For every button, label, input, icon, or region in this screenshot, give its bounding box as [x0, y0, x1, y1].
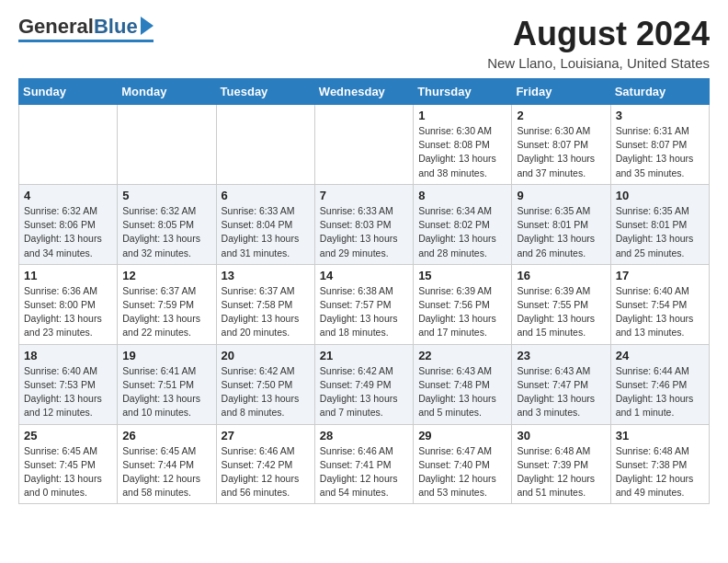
calendar-week-3: 11Sunrise: 6:36 AM Sunset: 8:00 PM Dayli…	[19, 264, 710, 344]
day-info: Sunrise: 6:33 AM Sunset: 8:04 PM Dayligh…	[222, 204, 310, 260]
day-number: 10	[616, 189, 704, 202]
calendar-cell: 30Sunrise: 6:48 AM Sunset: 7:39 PM Dayli…	[512, 424, 610, 504]
logo-underline	[18, 40, 154, 42]
day-number: 20	[222, 349, 310, 362]
calendar-cell: 14Sunrise: 6:38 AM Sunset: 7:57 PM Dayli…	[314, 264, 413, 344]
calendar-cell: 12Sunrise: 6:37 AM Sunset: 7:59 PM Dayli…	[118, 264, 216, 344]
day-info: Sunrise: 6:37 AM Sunset: 7:59 PM Dayligh…	[122, 284, 210, 340]
calendar-cell: 11Sunrise: 6:36 AM Sunset: 8:00 PM Dayli…	[19, 264, 118, 344]
calendar-cell: 26Sunrise: 6:45 AM Sunset: 7:44 PM Dayli…	[118, 424, 216, 504]
calendar-cell: 5Sunrise: 6:32 AM Sunset: 8:05 PM Daylig…	[118, 184, 216, 264]
logo-blue-text: Blue	[94, 15, 138, 39]
day-number: 12	[122, 269, 210, 282]
day-number: 5	[122, 189, 210, 202]
day-number: 15	[418, 269, 506, 282]
day-number: 26	[122, 429, 210, 442]
day-number: 11	[24, 269, 112, 282]
calendar-cell: 28Sunrise: 6:46 AM Sunset: 7:41 PM Dayli…	[314, 424, 413, 504]
calendar-cell: 2Sunrise: 6:30 AM Sunset: 8:07 PM Daylig…	[512, 105, 610, 185]
logo: General Blue	[18, 15, 154, 42]
day-number: 4	[24, 189, 112, 202]
month-title: August 2024	[487, 15, 710, 53]
calendar-cell: 16Sunrise: 6:39 AM Sunset: 7:55 PM Dayli…	[512, 264, 610, 344]
day-info: Sunrise: 6:46 AM Sunset: 7:42 PM Dayligh…	[222, 444, 310, 500]
calendar-table: SundayMondayTuesdayWednesdayThursdayFrid…	[18, 78, 710, 504]
day-number: 19	[122, 349, 210, 362]
page-header: General Blue August 2024 New Llano, Loui…	[18, 15, 710, 71]
day-number: 8	[418, 189, 506, 202]
calendar-cell: 22Sunrise: 6:43 AM Sunset: 7:48 PM Dayli…	[414, 344, 512, 424]
calendar-cell: 21Sunrise: 6:42 AM Sunset: 7:49 PM Dayli…	[314, 344, 413, 424]
day-info: Sunrise: 6:35 AM Sunset: 8:01 PM Dayligh…	[517, 204, 605, 260]
day-info: Sunrise: 6:44 AM Sunset: 7:46 PM Dayligh…	[616, 364, 704, 420]
calendar-cell: 3Sunrise: 6:31 AM Sunset: 8:07 PM Daylig…	[610, 105, 709, 185]
day-info: Sunrise: 6:47 AM Sunset: 7:40 PM Dayligh…	[418, 444, 506, 500]
calendar-cell: 9Sunrise: 6:35 AM Sunset: 8:01 PM Daylig…	[512, 184, 610, 264]
day-number: 7	[320, 189, 408, 202]
header-friday: Friday	[512, 79, 610, 105]
day-number: 22	[418, 349, 506, 362]
logo-general-text: General	[18, 15, 94, 39]
calendar-cell: 17Sunrise: 6:40 AM Sunset: 7:54 PM Dayli…	[610, 264, 709, 344]
calendar-cell: 8Sunrise: 6:34 AM Sunset: 8:02 PM Daylig…	[414, 184, 512, 264]
calendar-cell: 6Sunrise: 6:33 AM Sunset: 8:04 PM Daylig…	[216, 184, 314, 264]
calendar-cell	[314, 105, 413, 185]
day-info: Sunrise: 6:46 AM Sunset: 7:41 PM Dayligh…	[320, 444, 408, 500]
calendar-cell	[216, 105, 314, 185]
day-info: Sunrise: 6:38 AM Sunset: 7:57 PM Dayligh…	[320, 284, 408, 340]
day-info: Sunrise: 6:37 AM Sunset: 7:58 PM Dayligh…	[222, 284, 310, 340]
day-info: Sunrise: 6:48 AM Sunset: 7:39 PM Dayligh…	[517, 444, 605, 500]
day-info: Sunrise: 6:42 AM Sunset: 7:49 PM Dayligh…	[320, 364, 408, 420]
day-info: Sunrise: 6:34 AM Sunset: 8:02 PM Dayligh…	[418, 204, 506, 260]
calendar-week-4: 18Sunrise: 6:40 AM Sunset: 7:53 PM Dayli…	[19, 344, 710, 424]
day-info: Sunrise: 6:45 AM Sunset: 7:45 PM Dayligh…	[24, 444, 112, 500]
day-info: Sunrise: 6:40 AM Sunset: 7:53 PM Dayligh…	[24, 364, 112, 420]
calendar-cell: 10Sunrise: 6:35 AM Sunset: 8:01 PM Dayli…	[610, 184, 709, 264]
day-number: 18	[24, 349, 112, 362]
calendar-cell: 20Sunrise: 6:42 AM Sunset: 7:50 PM Dayli…	[216, 344, 314, 424]
location: New Llano, Louisiana, United States	[487, 55, 710, 71]
day-number: 9	[517, 189, 605, 202]
day-number: 13	[222, 269, 310, 282]
calendar-cell: 13Sunrise: 6:37 AM Sunset: 7:58 PM Dayli…	[216, 264, 314, 344]
day-info: Sunrise: 6:42 AM Sunset: 7:50 PM Dayligh…	[222, 364, 310, 420]
calendar-week-2: 4Sunrise: 6:32 AM Sunset: 8:06 PM Daylig…	[19, 184, 710, 264]
title-block: August 2024 New Llano, Louisiana, United…	[487, 15, 710, 71]
day-number: 6	[222, 189, 310, 202]
logo-arrow-icon	[141, 17, 154, 35]
day-info: Sunrise: 6:41 AM Sunset: 7:51 PM Dayligh…	[122, 364, 210, 420]
calendar-cell: 18Sunrise: 6:40 AM Sunset: 7:53 PM Dayli…	[19, 344, 118, 424]
calendar-cell: 24Sunrise: 6:44 AM Sunset: 7:46 PM Dayli…	[610, 344, 709, 424]
day-number: 25	[24, 429, 112, 442]
day-info: Sunrise: 6:39 AM Sunset: 7:56 PM Dayligh…	[418, 284, 506, 340]
header-sunday: Sunday	[19, 79, 118, 105]
calendar-week-1: 1Sunrise: 6:30 AM Sunset: 8:08 PM Daylig…	[19, 105, 710, 185]
day-number: 14	[320, 269, 408, 282]
calendar-cell: 29Sunrise: 6:47 AM Sunset: 7:40 PM Dayli…	[414, 424, 512, 504]
day-number: 29	[418, 429, 506, 442]
calendar-cell: 19Sunrise: 6:41 AM Sunset: 7:51 PM Dayli…	[118, 344, 216, 424]
day-number: 30	[517, 429, 605, 442]
calendar-cell: 27Sunrise: 6:46 AM Sunset: 7:42 PM Dayli…	[216, 424, 314, 504]
day-info: Sunrise: 6:48 AM Sunset: 7:38 PM Dayligh…	[616, 444, 704, 500]
calendar-cell: 25Sunrise: 6:45 AM Sunset: 7:45 PM Dayli…	[19, 424, 118, 504]
day-number: 27	[222, 429, 310, 442]
day-info: Sunrise: 6:45 AM Sunset: 7:44 PM Dayligh…	[122, 444, 210, 500]
header-wednesday: Wednesday	[314, 79, 413, 105]
header-saturday: Saturday	[610, 79, 709, 105]
day-info: Sunrise: 6:43 AM Sunset: 7:47 PM Dayligh…	[517, 364, 605, 420]
day-number: 24	[616, 349, 704, 362]
calendar-cell: 31Sunrise: 6:48 AM Sunset: 7:38 PM Dayli…	[610, 424, 709, 504]
day-number: 28	[320, 429, 408, 442]
day-info: Sunrise: 6:31 AM Sunset: 8:07 PM Dayligh…	[616, 124, 704, 180]
day-info: Sunrise: 6:33 AM Sunset: 8:03 PM Dayligh…	[320, 204, 408, 260]
calendar-cell	[118, 105, 216, 185]
day-info: Sunrise: 6:40 AM Sunset: 7:54 PM Dayligh…	[616, 284, 704, 340]
day-number: 17	[616, 269, 704, 282]
day-info: Sunrise: 6:30 AM Sunset: 8:07 PM Dayligh…	[517, 124, 605, 180]
calendar-week-5: 25Sunrise: 6:45 AM Sunset: 7:45 PM Dayli…	[19, 424, 710, 504]
day-number: 23	[517, 349, 605, 362]
day-info: Sunrise: 6:39 AM Sunset: 7:55 PM Dayligh…	[517, 284, 605, 340]
calendar-cell	[19, 105, 118, 185]
calendar-cell: 1Sunrise: 6:30 AM Sunset: 8:08 PM Daylig…	[414, 105, 512, 185]
